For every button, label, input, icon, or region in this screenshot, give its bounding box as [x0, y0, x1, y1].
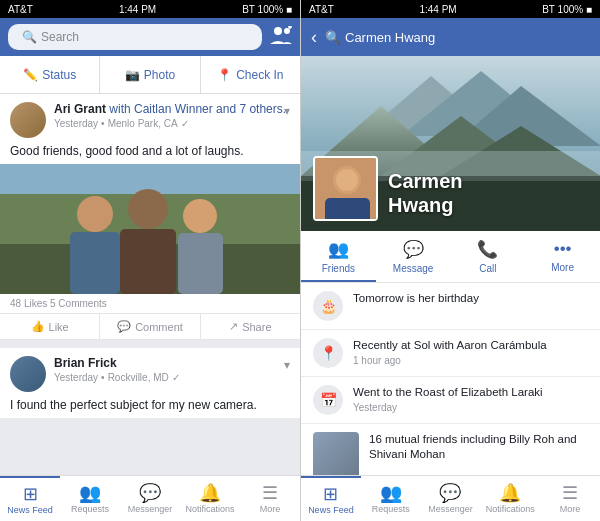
activity-item-checkin: 📍 Recently at Sol with Aaron Carámbula 1…	[301, 330, 600, 377]
post-card-2: Brian Frick Yesterday • Rockville, MD ✓ …	[0, 348, 300, 418]
bottom-nav-right: ⊞ News Feed 👥 Requests 💬 Messenger 🔔 Not…	[301, 475, 600, 521]
chevron-down-icon[interactable]: ▾	[284, 104, 290, 118]
svg-point-27	[336, 169, 358, 191]
avatar-face	[315, 158, 376, 219]
svg-point-10	[128, 189, 168, 229]
left-panel: AT&T 1:44 PM BT 100% ■ 🔍 Search ✏️ Statu…	[0, 0, 300, 521]
like-icon: 👍	[31, 320, 45, 333]
avatar-2	[10, 356, 46, 392]
back-button[interactable]: ‹	[311, 27, 317, 48]
nav-requests[interactable]: 👥 Requests	[60, 476, 120, 521]
author-name: Ari Grant	[54, 102, 106, 116]
newsfeed-icon: ⊞	[23, 485, 38, 503]
activity-main-mutual: 16 mutual friends including Billy Roh an…	[369, 432, 588, 462]
author-name-2: Brian Frick	[54, 356, 117, 370]
event-text: Went to the Roast of Elizabeth Laraki Ye…	[353, 385, 588, 413]
checkin-button[interactable]: 📍 Check In	[201, 56, 300, 93]
status-label: Status	[42, 68, 76, 82]
notifications-icon: 🔔	[199, 484, 221, 502]
svg-rect-9	[70, 232, 120, 294]
friends-icon[interactable]	[270, 26, 292, 49]
profile-search: 🔍 Carmen Hwang	[325, 30, 435, 45]
nav-messenger[interactable]: 💬 Messenger	[120, 476, 180, 521]
mutual-text: 16 mutual friends including Billy Roh an…	[369, 432, 588, 462]
tab-more[interactable]: ••• More	[525, 231, 600, 282]
chevron-down-icon-2[interactable]: ▾	[284, 358, 290, 372]
battery-left: BT 100% ■	[242, 4, 292, 15]
nav-requests-right[interactable]: 👥 Requests	[361, 476, 421, 521]
event-icon: 📅	[313, 385, 343, 415]
right-header: ‹ 🔍 Carmen Hwang	[301, 18, 600, 56]
search-icon-right: 🔍	[325, 30, 341, 45]
share-button[interactable]: ↗ Share	[201, 314, 300, 339]
profile-cover: CarmenHwang	[301, 56, 600, 231]
profile-name: CarmenHwang	[388, 169, 462, 217]
carrier-right: AT&T	[309, 4, 334, 15]
status-icon: ✏️	[23, 68, 38, 82]
nav-newsfeed[interactable]: ⊞ News Feed	[0, 476, 60, 521]
tab-call[interactable]: 📞 Call	[451, 231, 526, 282]
profile-avatar	[313, 156, 378, 221]
mutual-thumb	[313, 432, 359, 475]
notifications-label: Notifications	[185, 504, 234, 514]
nav-more[interactable]: ☰ More	[240, 476, 300, 521]
svg-rect-26	[325, 198, 370, 221]
activity-feed: 🎂 Tomorrow is her birthday 📍 Recently at…	[301, 283, 600, 475]
location-name-2: Rockville, MD	[108, 372, 169, 383]
tab-message[interactable]: 💬 Message	[376, 231, 451, 282]
svg-rect-11	[120, 229, 176, 294]
photo-button[interactable]: 📷 Photo	[100, 56, 200, 93]
activity-main-birthday: Tomorrow is her birthday	[353, 291, 588, 306]
verified-icon-2: ✓	[172, 372, 180, 383]
nav-notifications[interactable]: 🔔 Notifications	[180, 476, 240, 521]
comment-button[interactable]: 💬 Comment	[100, 314, 200, 339]
battery-right: BT 100% ■	[542, 4, 592, 15]
verified-icon: ✓	[181, 118, 189, 129]
post-time: Yesterday	[54, 118, 98, 129]
like-button[interactable]: 👍 Like	[0, 314, 100, 339]
post-location-2: Yesterday • Rockville, MD ✓	[54, 372, 290, 383]
post-location: Yesterday • Menlo Park, CA ✓	[54, 118, 290, 129]
status-button[interactable]: ✏️ Status	[0, 56, 100, 93]
nav-more-right[interactable]: ☰ More	[540, 476, 600, 521]
search-input[interactable]: 🔍 Search	[8, 24, 262, 50]
likes-count: 48 Likes	[10, 298, 47, 309]
comment-label: Comment	[135, 321, 183, 333]
checkin-icon: 📍	[313, 338, 343, 368]
newsfeed-icon-right: ⊞	[323, 485, 338, 503]
activity-item-birthday: 🎂 Tomorrow is her birthday	[301, 283, 600, 330]
birthday-text: Tomorrow is her birthday	[353, 291, 588, 306]
nav-newsfeed-right[interactable]: ⊞ News Feed	[301, 476, 361, 521]
search-name: Carmen Hwang	[345, 30, 435, 45]
checkin-text: Recently at Sol with Aaron Carámbula 1 h…	[353, 338, 588, 366]
location-name: Menlo Park, CA	[108, 118, 178, 129]
post-author: Ari Grant with Caitlan Winner and 7 othe…	[54, 102, 290, 118]
activity-item-event: 📅 Went to the Roast of Elizabeth Laraki …	[301, 377, 600, 424]
post-content-2: I found the perfect subject for my new c…	[10, 398, 257, 412]
requests-label-right: Requests	[372, 504, 410, 514]
tab-friends[interactable]: 👥 Friends	[301, 231, 376, 282]
nav-notifications-right[interactable]: 🔔 Notifications	[480, 476, 540, 521]
search-placeholder: Search	[41, 30, 79, 44]
post-time-2: Yesterday	[54, 372, 98, 383]
checkin-label: Check In	[236, 68, 283, 82]
search-icon: 🔍	[22, 30, 37, 44]
friends-tab-label: Friends	[322, 263, 355, 274]
right-panel: AT&T 1:44 PM BT 100% ■ ‹ 🔍 Carmen Hwang	[300, 0, 600, 521]
more-icon-right: ☰	[562, 484, 578, 502]
activity-item-mutual: 16 mutual friends including Billy Roh an…	[301, 424, 600, 475]
requests-icon-right: 👥	[380, 484, 402, 502]
friends-tab-icon: 👥	[328, 239, 349, 260]
like-label: Like	[49, 321, 69, 333]
svg-point-12	[183, 199, 217, 233]
nav-messenger-right[interactable]: 💬 Messenger	[421, 476, 481, 521]
post-content: Good friends, good food and a lot of lau…	[10, 144, 244, 158]
more-icon: ☰	[262, 484, 278, 502]
bottom-nav-left: ⊞ News Feed 👥 Requests 💬 Messenger 🔔 Not…	[0, 475, 300, 521]
post-header-2: Brian Frick Yesterday • Rockville, MD ✓ …	[0, 348, 300, 396]
newsfeed-label: News Feed	[7, 505, 53, 515]
post-meta-2: Brian Frick Yesterday • Rockville, MD ✓	[54, 356, 290, 383]
photo-content	[0, 164, 300, 294]
post-text: Good friends, good food and a lot of lau…	[0, 142, 300, 164]
carrier-left: AT&T	[8, 4, 33, 15]
